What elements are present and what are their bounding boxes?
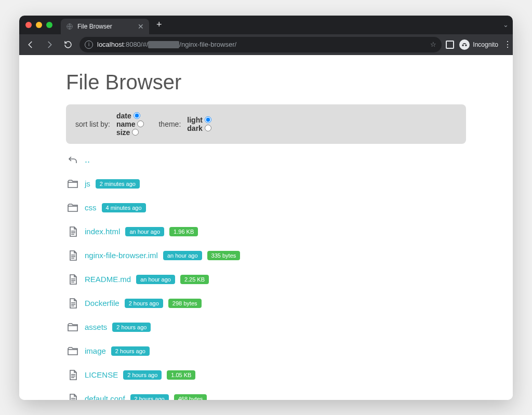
- list-item[interactable]: nginx-file-browser.imlan hour ago335 byt…: [66, 244, 466, 267]
- list-item[interactable]: image2 hours ago: [66, 339, 466, 363]
- theme-group: theme: light dark: [158, 116, 211, 132]
- item-size-badge: 2.25 KB: [180, 275, 209, 284]
- list-item[interactable]: index.htmlan hour ago1.96 KB: [66, 220, 466, 244]
- parent-dir-row[interactable]: ..: [66, 148, 466, 172]
- menu-button[interactable]: ⋮: [503, 39, 509, 49]
- reload-button[interactable]: [61, 37, 75, 52]
- forward-button[interactable]: [42, 37, 57, 52]
- folder-icon: [66, 177, 79, 191]
- list-item[interactable]: css4 minutes ago: [66, 196, 466, 220]
- folder-icon: [66, 344, 79, 358]
- address-bar[interactable]: i localhost:8080/#//nginx-file-browser/ …: [79, 37, 442, 52]
- item-name[interactable]: Dockerfile: [85, 299, 119, 307]
- item-name[interactable]: assets: [85, 323, 107, 331]
- list-item[interactable]: js2 minutes ago: [66, 172, 466, 196]
- list-item[interactable]: Dockerfile2 hours ago298 bytes: [66, 291, 466, 315]
- item-size-badge: 1.96 KB: [169, 227, 198, 236]
- list-item[interactable]: default.conf2 hours ago468 bytes: [66, 387, 466, 400]
- maximize-window-button[interactable]: [46, 22, 52, 28]
- list-item[interactable]: LICENSE2 hours ago1.05 KB: [66, 363, 466, 387]
- item-time-badge: 2 hours ago: [130, 394, 169, 400]
- theme-option-radio[interactable]: [205, 125, 211, 131]
- new-tab-button[interactable]: +: [156, 19, 162, 30]
- parent-dir-label: ..: [85, 154, 90, 165]
- file-icon: [66, 225, 79, 238]
- theme-option-dark[interactable]: dark: [187, 124, 211, 132]
- globe-icon: [66, 23, 73, 30]
- file-icon: [66, 368, 79, 382]
- theme-option-label: light: [187, 116, 203, 124]
- theme-option-radio[interactable]: [205, 116, 211, 123]
- folder-icon: [66, 320, 79, 334]
- file-icon: [66, 392, 79, 400]
- site-info-icon[interactable]: i: [85, 41, 93, 49]
- extensions-button[interactable]: [446, 41, 454, 49]
- item-time-badge: an hour ago: [163, 251, 202, 260]
- item-name[interactable]: default.conf: [85, 394, 125, 400]
- url-text: localhost:8080/#//nginx-file-browser/: [97, 41, 236, 49]
- item-time-badge: an hour ago: [125, 227, 164, 236]
- minimize-window-button[interactable]: [36, 22, 42, 28]
- item-name[interactable]: nginx-file-browser.iml: [85, 251, 158, 260]
- tab-title: File Browser: [77, 23, 112, 30]
- url-redacted-segment: [148, 41, 179, 48]
- file-icon: [66, 249, 79, 262]
- item-size-badge: 298 bytes: [168, 299, 202, 308]
- sort-group: sort list by: date name size: [75, 112, 144, 137]
- folder-icon: [66, 201, 79, 215]
- item-name[interactable]: README.md: [85, 275, 131, 284]
- item-time-badge: 2 hours ago: [123, 370, 162, 380]
- sort-option-label: size: [116, 128, 130, 137]
- incognito-icon: [459, 39, 470, 50]
- close-window-button[interactable]: [25, 22, 32, 28]
- browser-window: File Browser ✕ + ⌄ i localhost:8080/#//n…: [19, 16, 513, 400]
- sort-option-label: name: [116, 120, 136, 128]
- list-item[interactable]: assets2 hours ago: [66, 315, 466, 339]
- file-icon: [66, 297, 79, 310]
- item-name[interactable]: image: [85, 346, 106, 355]
- item-size-badge: 335 bytes: [207, 251, 241, 260]
- item-time-badge: 2 hours ago: [125, 299, 163, 308]
- list-item[interactable]: README.mdan hour ago2.25 KB: [66, 267, 466, 291]
- sort-option-radio[interactable]: [134, 112, 140, 119]
- sort-option-label: date: [116, 112, 131, 120]
- browser-toolbar: i localhost:8080/#//nginx-file-browser/ …: [19, 34, 513, 55]
- file-list: .. js2 minutes agocss4 minutes agoindex.…: [66, 148, 466, 400]
- sort-option-size[interactable]: size: [116, 128, 144, 137]
- theme-option-label: dark: [187, 124, 203, 132]
- window-controls: [25, 22, 52, 28]
- back-arrow-icon: [66, 153, 79, 167]
- back-button[interactable]: [23, 37, 38, 52]
- sort-option-radio[interactable]: [137, 121, 144, 127]
- item-size-badge: 1.05 KB: [167, 370, 195, 380]
- sort-label: sort list by:: [75, 120, 110, 128]
- item-time-badge: 2 hours ago: [111, 346, 150, 356]
- file-icon: [66, 273, 79, 286]
- item-time-badge: 2 minutes ago: [96, 179, 140, 189]
- item-name[interactable]: js: [85, 179, 90, 188]
- browser-tab[interactable]: File Browser ✕: [61, 19, 149, 34]
- bookmark-star-icon[interactable]: ☆: [430, 41, 436, 48]
- theme-label: theme:: [158, 120, 181, 128]
- item-name[interactable]: LICENSE: [85, 370, 118, 379]
- sort-option-name[interactable]: name: [116, 120, 144, 128]
- item-time-badge: 2 hours ago: [112, 323, 151, 332]
- controls-bar: sort list by: date name size theme: ligh…: [66, 104, 466, 144]
- item-size-badge: 468 bytes: [174, 394, 207, 400]
- incognito-label: Incognito: [473, 41, 498, 48]
- incognito-indicator[interactable]: Incognito: [459, 39, 498, 50]
- page-content: File Browser sort list by: date name siz…: [19, 55, 513, 400]
- theme-option-light[interactable]: light: [187, 116, 211, 124]
- close-tab-button[interactable]: ✕: [138, 23, 144, 30]
- item-name[interactable]: index.html: [85, 227, 120, 236]
- item-time-badge: an hour ago: [136, 275, 175, 284]
- item-time-badge: 4 minutes ago: [102, 203, 146, 212]
- page-title: File Browser: [66, 71, 466, 94]
- title-bar: File Browser ✕ + ⌄: [19, 16, 513, 34]
- tabs-overflow-button[interactable]: ⌄: [503, 21, 509, 29]
- item-name[interactable]: css: [85, 203, 97, 212]
- sort-option-date[interactable]: date: [116, 112, 144, 120]
- sort-option-radio[interactable]: [132, 129, 139, 136]
